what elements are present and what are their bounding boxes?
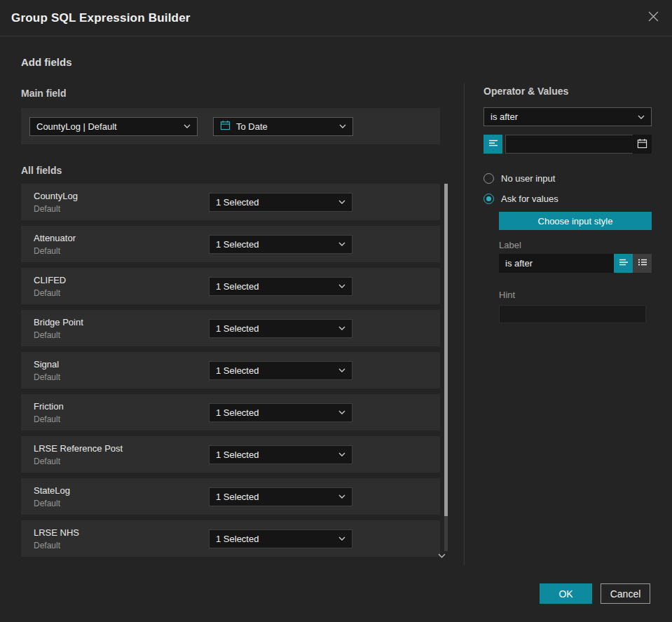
chevron-down-icon: [338, 242, 345, 246]
close-button[interactable]: [645, 11, 661, 26]
field-selection-value: 1 Selected: [216, 534, 259, 544]
calendar-icon: [637, 138, 647, 151]
field-subtitle: Default: [34, 204, 209, 214]
field-texts: Attenuator Default: [34, 233, 209, 256]
date-value-input[interactable]: [505, 135, 652, 154]
field-selection-select[interactable]: 1 Selected: [209, 193, 352, 212]
field-texts: StateLog Default: [34, 485, 209, 508]
field-subtitle: Default: [34, 457, 209, 466]
main-field-label: Main field: [21, 88, 450, 99]
field-selection-select[interactable]: 1 Selected: [209, 403, 352, 422]
chevron-down-icon: [338, 368, 345, 372]
field-subtitle: Default: [34, 499, 209, 508]
column-divider: [464, 83, 465, 565]
field-subtitle: Default: [34, 541, 209, 550]
operator-select-value: is after: [491, 111, 518, 122]
operator-values-panel: Operator & Values is after: [484, 86, 652, 323]
field-selection-value: 1 Selected: [216, 449, 259, 460]
hint-input[interactable]: [499, 305, 646, 323]
ask-for-values-block: Choose input style Label Hint: [499, 212, 652, 323]
date-type-select-value: To Date: [236, 121, 268, 132]
choose-input-style-button[interactable]: Choose input style: [499, 212, 652, 230]
field-row: LRSE Reference Post Default 1 Selected: [21, 436, 440, 473]
hint-caption: Hint: [499, 290, 652, 300]
date-value-row: [484, 135, 652, 154]
field-row: LRSE NHS Default 1 Selected: [21, 520, 440, 557]
radio-circle: [484, 173, 494, 184]
list-icon: [638, 257, 647, 269]
field-name: Attenuator: [34, 233, 209, 243]
chevron-down-icon: [338, 326, 345, 330]
all-fields-list: CountyLog Default 1 Selected Attenuator …: [21, 184, 440, 557]
field-selection-select[interactable]: 1 Selected: [209, 361, 352, 380]
field-texts: LRSE Reference Post Default: [34, 443, 209, 466]
field-name: Friction: [34, 401, 209, 412]
field-name: LRSE Reference Post: [34, 443, 209, 454]
calendar-button[interactable]: [633, 135, 652, 154]
list-style-button[interactable]: [633, 254, 652, 273]
dialog-title: Group SQL Expression Builder: [11, 11, 191, 25]
radio-no-user-input[interactable]: No user input: [484, 173, 652, 184]
field-name: LRSE NHS: [34, 527, 209, 538]
field-selection-select[interactable]: 1 Selected: [209, 235, 352, 254]
label-caption: Label: [499, 240, 652, 250]
main-field-select[interactable]: CountyLog | Default: [29, 117, 198, 136]
field-selection-value: 1 Selected: [216, 492, 259, 502]
field-name: CountyLog: [34, 191, 209, 201]
field-texts: Bridge Point Default: [34, 317, 209, 340]
lines-icon: [488, 138, 498, 150]
chevron-down-icon: [338, 200, 345, 204]
radio-ask-for-values[interactable]: Ask for values: [484, 194, 652, 204]
label-input[interactable]: [499, 254, 614, 273]
field-selection-value: 1 Selected: [216, 281, 259, 292]
scroll-down-icon[interactable]: [436, 551, 447, 560]
scrollbar-track[interactable]: [444, 184, 448, 551]
field-row: CountyLog Default 1 Selected: [21, 184, 440, 220]
radio-label: No user input: [501, 173, 555, 184]
field-selection-select[interactable]: 1 Selected: [209, 319, 352, 338]
field-selection-select[interactable]: 1 Selected: [209, 487, 352, 506]
operator-values-heading: Operator & Values: [484, 86, 652, 97]
dialog-header: Group SQL Expression Builder: [0, 0, 672, 36]
field-selection-select[interactable]: 1 Selected: [209, 529, 352, 548]
field-name: StateLog: [34, 485, 209, 496]
field-selection-value: 1 Selected: [216, 239, 259, 250]
field-texts: Friction Default: [34, 401, 209, 424]
date-mode-button[interactable]: [484, 135, 502, 154]
label-row: [499, 254, 652, 273]
operator-select[interactable]: is after: [484, 107, 652, 126]
scrollbar-thumb[interactable]: [444, 184, 448, 516]
date-input-wrap: [505, 135, 652, 154]
textbox-style-button[interactable]: [614, 254, 633, 273]
field-selection-value: 1 Selected: [216, 407, 259, 418]
field-subtitle: Default: [34, 288, 209, 298]
field-texts: CLIFED Default: [34, 275, 209, 298]
field-subtitle: Default: [34, 246, 209, 256]
field-name: Signal: [34, 359, 209, 370]
field-selection-value: 1 Selected: [216, 197, 259, 208]
chevron-down-icon: [338, 494, 345, 499]
field-subtitle: Default: [34, 372, 209, 382]
chevron-down-icon: [338, 536, 345, 541]
main-field-select-value: CountyLog | Default: [36, 121, 117, 132]
field-selection-value: 1 Selected: [216, 365, 259, 376]
field-subtitle: Default: [34, 330, 209, 340]
chevron-down-icon: [338, 410, 345, 414]
ok-button[interactable]: OK: [540, 583, 592, 604]
group-sql-expression-builder-dialog: Group SQL Expression Builder Add fields …: [0, 0, 672, 622]
field-subtitle: Default: [34, 414, 209, 424]
field-row: CLIFED Default 1 Selected: [21, 268, 440, 304]
chevron-down-icon: [339, 124, 346, 128]
field-selection-select[interactable]: 1 Selected: [209, 277, 352, 296]
field-row: Friction Default 1 Selected: [21, 394, 440, 431]
add-fields-panel: Add fields Main field CountyLog | Defaul…: [21, 56, 450, 562]
radio-label: Ask for values: [501, 194, 558, 204]
add-fields-heading: Add fields: [21, 56, 450, 68]
field-selection-value: 1 Selected: [216, 323, 259, 334]
field-texts: CountyLog Default: [34, 191, 209, 214]
date-type-select[interactable]: To Date: [213, 117, 353, 136]
chevron-down-icon: [338, 284, 345, 288]
field-selection-select[interactable]: 1 Selected: [209, 445, 352, 464]
field-row: Signal Default 1 Selected: [21, 352, 440, 388]
cancel-button[interactable]: Cancel: [601, 583, 650, 604]
